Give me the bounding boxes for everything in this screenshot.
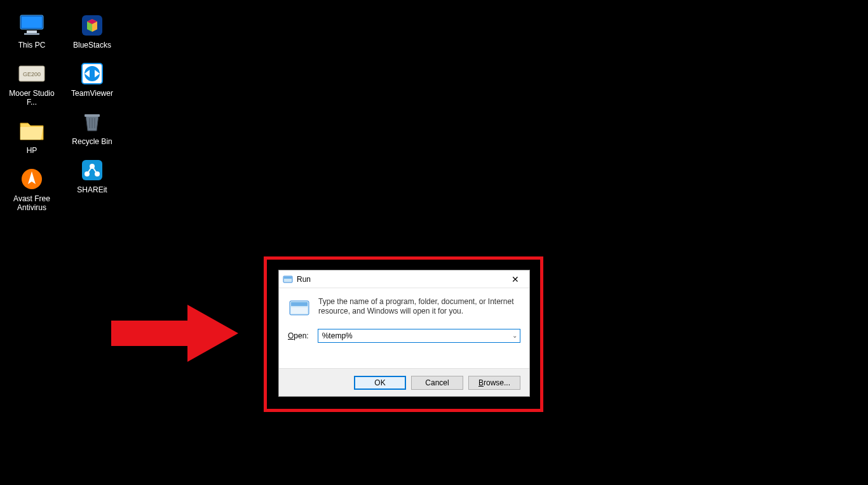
svg-rect-14 <box>82 160 102 180</box>
svg-text:GE200: GE200 <box>23 71 41 77</box>
svg-rect-2 <box>27 30 37 33</box>
this-pc-icon <box>17 13 47 38</box>
run-title-icon <box>283 274 293 284</box>
run-dialog-icon <box>288 297 311 320</box>
svg-rect-23 <box>291 302 308 306</box>
open-row: Open: %temp% ⌄ <box>279 326 529 349</box>
desktop-icon-recycle-bin[interactable]: Recycle Bin <box>65 109 119 146</box>
desktop-icon-label: Recycle Bin <box>72 137 112 146</box>
recycle-bin-icon <box>77 109 107 135</box>
desktop-icon-avast[interactable]: Avast Free Antivirus <box>5 166 58 212</box>
button-row: OK Cancel Browse... <box>279 368 529 396</box>
dialog-body: Type the name of a program, folder, docu… <box>279 288 529 326</box>
desktop-icon-label: HP <box>27 146 37 155</box>
avast-icon <box>17 166 47 192</box>
browse-button[interactable]: Browse... <box>468 376 520 390</box>
desktop-icon-label: SHAREit <box>77 185 107 194</box>
teamviewer-icon <box>77 61 107 86</box>
svg-rect-10 <box>85 114 100 117</box>
svg-rect-1 <box>22 17 42 28</box>
svg-rect-24 <box>291 307 308 314</box>
desktop-icon-label: Mooer Studio F... <box>5 89 58 107</box>
desktop-icon-label: TeamViewer <box>71 89 113 98</box>
shareit-icon <box>77 157 107 183</box>
run-dialog: Run ✕ Type the name of a program, folder… <box>278 270 530 397</box>
open-input-value: %temp% <box>322 331 353 340</box>
close-button[interactable]: ✕ <box>503 271 528 288</box>
desktop-icon-hp[interactable]: HP <box>5 118 58 155</box>
desktop-icon-mooer[interactable]: GE200 Mooer Studio F... <box>5 61 58 107</box>
chevron-down-icon: ⌄ <box>512 332 517 339</box>
dialog-title: Run <box>297 275 503 284</box>
button-label: Cancel <box>425 378 449 387</box>
titlebar[interactable]: Run ✕ <box>279 270 529 288</box>
cancel-button[interactable]: Cancel <box>411 376 463 390</box>
svg-rect-3 <box>24 33 39 35</box>
bluestacks-icon <box>77 13 107 38</box>
mooer-icon: GE200 <box>17 61 47 86</box>
open-combobox[interactable]: %temp% ⌄ <box>318 329 520 343</box>
annotation-arrow <box>111 302 238 365</box>
close-icon: ✕ <box>512 274 519 284</box>
open-label: Open: <box>288 331 309 340</box>
desktop-column-1: This PC GE200 Mooer Studio F... HP Avast… <box>3 13 60 212</box>
dialog-description: Type the name of a program, folder, docu… <box>318 297 520 320</box>
folder-icon <box>17 118 47 143</box>
desktop-icon-label: BlueStacks <box>73 41 111 50</box>
ok-button[interactable]: OK <box>354 376 406 390</box>
desktop-icon-this-pc[interactable]: This PC <box>5 13 58 50</box>
desktop-icon-label: This PC <box>18 41 46 50</box>
desktop-icon-shareit[interactable]: SHAREit <box>65 157 119 194</box>
desktop: This PC GE200 Mooer Studio F... HP Avast… <box>0 0 868 485</box>
button-label: Browse... <box>478 378 510 387</box>
button-label: OK <box>374 378 385 387</box>
svg-rect-21 <box>284 277 292 279</box>
desktop-icon-bluestacks[interactable]: BlueStacks <box>65 13 119 50</box>
desktop-icon-teamviewer[interactable]: TeamViewer <box>65 61 119 98</box>
desktop-icon-label: Avast Free Antivirus <box>5 194 58 212</box>
desktop-column-2: BlueStacks TeamViewer Recycle Bin SHAREi… <box>64 13 121 194</box>
